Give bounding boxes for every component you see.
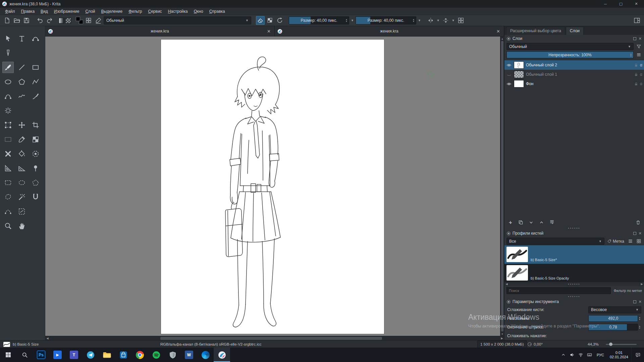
tray-expand-button[interactable]	[559, 348, 568, 362]
scroll-down-arrow[interactable]: ▼	[500, 332, 504, 336]
docker-splitter[interactable]: ••••••	[504, 227, 644, 230]
document-tab-1[interactable]: жения.kra ✕	[45, 26, 275, 36]
measure-tool[interactable]	[16, 163, 28, 174]
tab-layers[interactable]: Слои	[566, 27, 584, 35]
layer-row-2[interactable]: Обычный слой 2 α	[504, 60, 644, 70]
reference-images-tool[interactable]	[30, 163, 41, 174]
move-layer-up-button[interactable]	[539, 220, 544, 225]
layer-opacity-slider[interactable]: Непрозрачность: 100% ▲▼	[506, 51, 634, 58]
gradient-tool[interactable]	[2, 134, 14, 145]
scroll-right-arrow[interactable]: ▶	[640, 282, 644, 286]
spin-arrows[interactable]: ▲▼	[412, 17, 415, 24]
alpha-lock-icon[interactable]: α	[640, 81, 642, 86]
mirror-vertical-button[interactable]	[441, 16, 450, 25]
pattern-edit-tool[interactable]	[30, 134, 41, 145]
search-input[interactable]	[506, 287, 611, 294]
rect-select-tool[interactable]	[2, 177, 14, 188]
contiguous-select-tool[interactable]	[16, 206, 28, 217]
close-icon[interactable]: ✕	[496, 29, 500, 34]
bezier-curve-tool[interactable]	[2, 90, 14, 102]
wraparound-mode-button[interactable]	[457, 16, 465, 25]
freehand-select-tool[interactable]	[2, 191, 14, 203]
ellipse-tool[interactable]	[2, 76, 14, 87]
assistants-tool[interactable]	[2, 163, 14, 174]
zoom-slider-handle[interactable]	[609, 343, 612, 346]
volume-button[interactable]	[568, 348, 577, 362]
layer-blend-mode-select[interactable]: Обычный ▼	[506, 43, 634, 50]
taskbar-security-app[interactable]	[164, 348, 181, 362]
language-indicator[interactable]: РУС	[594, 353, 607, 357]
duplicate-layer-button[interactable]	[518, 220, 523, 225]
horizontal-scroll-thumb[interactable]	[160, 337, 382, 340]
tool-options-docker-header[interactable]: Параметры инструмента ✕	[504, 298, 644, 305]
brush-preset-item[interactable]: b) Basic-5 Size*	[504, 245, 644, 264]
rectangle-tool[interactable]	[30, 62, 41, 73]
zoom-tool[interactable]	[2, 220, 14, 232]
taskbar-file-explorer[interactable]	[99, 348, 115, 362]
start-button[interactable]	[0, 348, 16, 362]
close-icon[interactable]: ✕	[639, 300, 642, 304]
menu-item-layer[interactable]: Слой	[82, 8, 98, 15]
brush-size-slider-1[interactable]: Размер: 40,00 пикс. ▲▼	[289, 16, 349, 24]
document-tab-2[interactable]: жения.kra ✕	[275, 26, 504, 36]
taskbar-photoshop[interactable]: Ps	[33, 348, 49, 362]
menu-item-edit[interactable]: Правка	[18, 8, 38, 15]
polygon-tool[interactable]	[16, 76, 28, 87]
close-icon[interactable]: ✕	[267, 29, 271, 34]
layer-row-1[interactable]: Обычный слой 1 α	[504, 70, 644, 79]
tag-chip[interactable]: Метка	[606, 239, 625, 244]
zoom-slider-track[interactable]	[606, 344, 637, 345]
gradient-swatch[interactable]	[59, 18, 64, 23]
chevron-down-icon[interactable]: ▼	[436, 19, 440, 22]
touch-keyboard-button[interactable]	[585, 348, 594, 362]
close-button[interactable]: ✕	[629, 0, 644, 8]
shape-select-tool[interactable]	[2, 33, 14, 44]
move-layer-down-button[interactable]	[529, 220, 534, 225]
menu-item-file[interactable]: Файл	[2, 8, 18, 15]
layer-visibility-toggle[interactable]	[506, 72, 512, 77]
add-layer-button[interactable]: ＋▼	[508, 220, 513, 225]
save-button[interactable]	[22, 16, 31, 25]
scroll-up-arrow[interactable]: ▲	[500, 37, 504, 41]
menu-item-help[interactable]: Справка	[206, 8, 228, 15]
fg-bg-colors[interactable]	[76, 17, 83, 24]
layer-visibility-toggle[interactable]	[506, 81, 512, 87]
layer-row-background[interactable]: Фон α	[504, 79, 644, 88]
action-center-button[interactable]	[631, 348, 644, 362]
brush-preset-item[interactable]: b) Basic-5 Size Opacity	[504, 264, 644, 282]
vertical-scroll-thumb[interactable]	[501, 41, 503, 331]
canvas[interactable]	[161, 40, 384, 334]
redo-button[interactable]	[45, 16, 54, 25]
chevron-down-icon[interactable]: ▼	[350, 19, 355, 22]
taskbar-search-button[interactable]	[16, 348, 33, 362]
brush-size-slider-2[interactable]: Размер: 40,00 пикс. ▲▼	[356, 16, 416, 24]
spin-arrows[interactable]: ▲▼	[638, 316, 641, 320]
blend-mode-select[interactable]: Обычный ▼	[104, 16, 251, 24]
taskbar-teams[interactable]: T	[66, 348, 82, 362]
lock-icon[interactable]	[634, 72, 638, 77]
docker-splitter[interactable]: ••••••	[504, 295, 644, 298]
freehand-brush-tool[interactable]	[2, 62, 14, 73]
float-docker-icon[interactable]	[633, 232, 636, 235]
shape-edit-tool[interactable]	[30, 33, 41, 44]
tab-advanced-color-selector[interactable]: Расширенный выбор цвета	[506, 27, 565, 35]
smart-patch-tool[interactable]	[2, 148, 14, 160]
enclose-fill-tool[interactable]	[30, 148, 41, 160]
taskbar-word[interactable]: W	[181, 348, 197, 362]
multibrush-tool[interactable]	[2, 105, 14, 116]
chevron-down-icon[interactable]: ▼	[417, 19, 422, 22]
text-tool[interactable]	[16, 33, 28, 44]
float-docker-icon[interactable]	[633, 37, 636, 40]
spin-arrows[interactable]: ▲▼	[638, 325, 641, 329]
taskbar-media-app[interactable]: ▶	[49, 348, 66, 362]
layer-filter-button[interactable]	[635, 43, 642, 50]
taskbar-messenger[interactable]	[82, 348, 99, 362]
preset-list-scrollbar[interactable]: ◀ •••••• ▶	[504, 282, 644, 286]
layer-properties-button[interactable]: ▼	[549, 219, 554, 225]
taskbar-chrome[interactable]	[131, 348, 148, 362]
pattern-swatch[interactable]	[65, 18, 71, 23]
chevron-down-icon[interactable]: ▼	[451, 19, 455, 22]
canvas-rotation-widget[interactable]: 0,00°	[527, 341, 543, 348]
workspace-chooser-button[interactable]	[84, 16, 93, 25]
crop-tool[interactable]	[30, 119, 41, 131]
